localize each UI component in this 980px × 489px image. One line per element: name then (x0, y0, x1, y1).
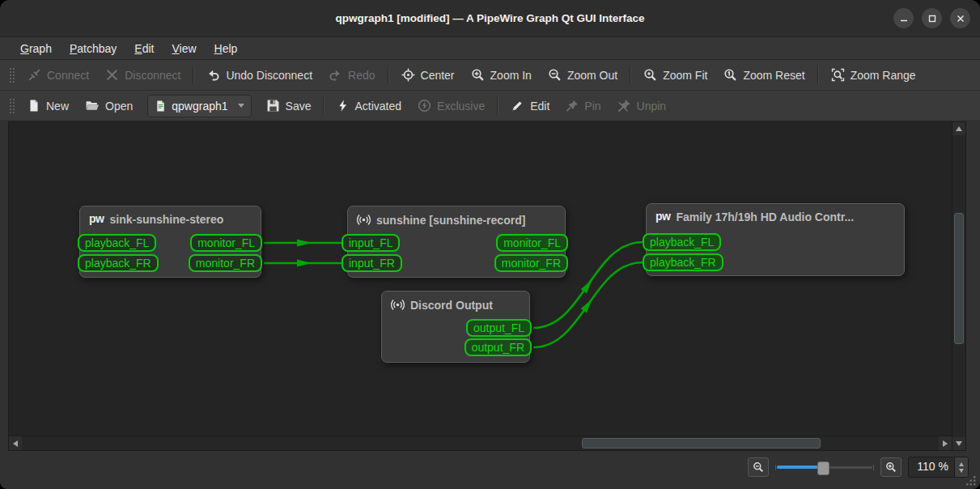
undo-button[interactable]: Undo Disconnect (198, 64, 320, 87)
arrow-left-icon (13, 440, 18, 447)
undo-icon (206, 68, 220, 82)
zoom-value: 110 % (909, 457, 954, 477)
toolbar-separator (323, 97, 325, 115)
port-playback-fl[interactable]: playback_FL (78, 234, 156, 252)
zoom-in-mini-button[interactable] (880, 457, 902, 477)
scroll-up-button[interactable] (952, 122, 965, 135)
statusbar: 110 % (0, 453, 980, 489)
port-monitor-fr[interactable]: monitor_FR (494, 254, 568, 272)
zoom-reset-icon (723, 68, 737, 82)
menu-graph[interactable]: Graph (11, 39, 61, 58)
exclusive-button[interactable]: Exclusive (409, 95, 493, 117)
zoom-slider[interactable] (775, 460, 874, 474)
connect-button[interactable]: Connect (19, 64, 97, 87)
port-output-fl[interactable]: output_FL (466, 319, 532, 337)
patchbay-selector[interactable]: qpwgraph1 (147, 95, 251, 117)
wire-arrowhead (581, 297, 596, 313)
patchbay-selector-value: qpwgraph1 (172, 100, 227, 113)
main-area: pw sink-sunshine-stereo playback_FL play… (0, 120, 980, 453)
scroll-left-button[interactable] (9, 436, 22, 450)
port-playback-fr[interactable]: playback_FR (643, 253, 723, 271)
port-input-fl[interactable]: input_FL (342, 234, 400, 252)
disconnect-icon (105, 68, 119, 82)
node-title: Family 17h/19h HD Audio Contr... (676, 210, 854, 223)
zoom-in-icon (471, 68, 485, 82)
minimize-button[interactable] (893, 8, 914, 28)
arrow-up-icon (956, 126, 962, 131)
node-title: Discord Output (410, 299, 493, 312)
port-output-fr[interactable]: output_FR (465, 338, 532, 356)
zoom-out-icon (548, 68, 562, 82)
horizontal-scrollbar[interactable] (9, 436, 952, 450)
zoom-fit-button[interactable]: Zoom Fit (635, 64, 715, 87)
chevron-down-icon (238, 104, 244, 108)
spin-down-icon (959, 469, 964, 473)
exclusive-icon (418, 99, 431, 113)
port-monitor-fl[interactable]: monitor_FL (496, 234, 568, 252)
redo-button[interactable]: Redo (320, 64, 383, 87)
zoom-range-icon (831, 68, 845, 82)
edit-icon (511, 99, 524, 113)
save-button[interactable]: Save (258, 95, 320, 117)
close-button[interactable] (950, 8, 970, 28)
slider-tick (873, 465, 874, 470)
port-playback-fr[interactable]: playback_FR (78, 254, 159, 272)
horizontal-scrollbar-thumb[interactable] (582, 438, 821, 449)
pin-button[interactable]: Pin (558, 95, 609, 117)
zoom-range-button[interactable]: Zoom Range (823, 64, 924, 87)
activated-button[interactable]: Activated (329, 95, 409, 117)
zoom-reset-button[interactable]: Zoom Reset (715, 64, 812, 87)
zoom-spinbox[interactable]: 110 % (908, 457, 969, 478)
toolbar-separator (817, 66, 819, 84)
titlebar[interactable]: qpwgraph1 [modified] — A PipeWire Graph … (0, 0, 980, 37)
new-button[interactable]: New (19, 95, 77, 117)
menubar: Graph Patchbay Edit View Help (0, 37, 980, 60)
graph-canvas[interactable]: pw sink-sunshine-stereo playback_FL play… (8, 121, 966, 451)
spin-up-icon (959, 462, 964, 466)
toolbar-drag-handle[interactable] (8, 97, 15, 115)
slider-tick (775, 465, 776, 470)
scroll-down-button[interactable] (952, 437, 965, 450)
menu-help[interactable]: Help (206, 39, 247, 58)
zoom-slider-handle[interactable] (817, 461, 829, 475)
scroll-right-button[interactable] (939, 436, 952, 450)
resize-grip[interactable] (965, 475, 976, 486)
toolbar-separator (388, 66, 389, 84)
port-input-fr[interactable]: input_FR (342, 254, 402, 272)
arrow-down-icon (956, 441, 962, 446)
pin-icon (566, 99, 579, 113)
disconnect-button[interactable]: Disconnect (97, 64, 189, 87)
maximize-icon (927, 14, 937, 23)
port-monitor-fr[interactable]: monitor_FR (189, 254, 262, 272)
zoom-in-icon (885, 461, 897, 473)
maximize-button[interactable] (922, 8, 942, 28)
vertical-scrollbar[interactable] (952, 122, 965, 450)
spinbox-arrows[interactable] (954, 457, 968, 477)
qpwgraph-window: qpwgraph1 [modified] — A PipeWire Graph … (0, 0, 980, 489)
port-monitor-fl[interactable]: monitor_FL (190, 234, 262, 252)
new-file-icon (28, 99, 40, 113)
arrow-right-icon (943, 440, 948, 447)
zoom-in-button[interactable]: Zoom In (463, 64, 540, 87)
open-button[interactable]: Open (77, 95, 141, 117)
port-playback-fl[interactable]: playback_FL (643, 233, 721, 251)
open-folder-icon (85, 99, 100, 113)
center-button[interactable]: Center (393, 64, 463, 87)
wire-arrowhead (297, 260, 312, 267)
menu-view[interactable]: View (163, 39, 205, 58)
menu-edit[interactable]: Edit (125, 39, 163, 58)
patchbay-file-icon (155, 100, 167, 113)
activated-icon (337, 99, 349, 113)
toolbar-separator (630, 66, 631, 84)
vertical-scrollbar-thumb[interactable] (954, 213, 964, 344)
zoom-out-mini-button[interactable] (748, 457, 769, 477)
redo-icon (329, 68, 342, 82)
edit-button[interactable]: Edit (503, 95, 558, 117)
pipewire-icon: pw (89, 212, 104, 225)
unpin-button[interactable]: Unpin (609, 95, 675, 117)
zoom-fit-icon (643, 68, 657, 82)
zoom-out-button[interactable]: Zoom Out (540, 64, 626, 87)
center-icon (401, 68, 415, 82)
toolbar-drag-handle[interactable] (8, 66, 15, 84)
menu-patchbay[interactable]: Patchbay (61, 39, 125, 58)
